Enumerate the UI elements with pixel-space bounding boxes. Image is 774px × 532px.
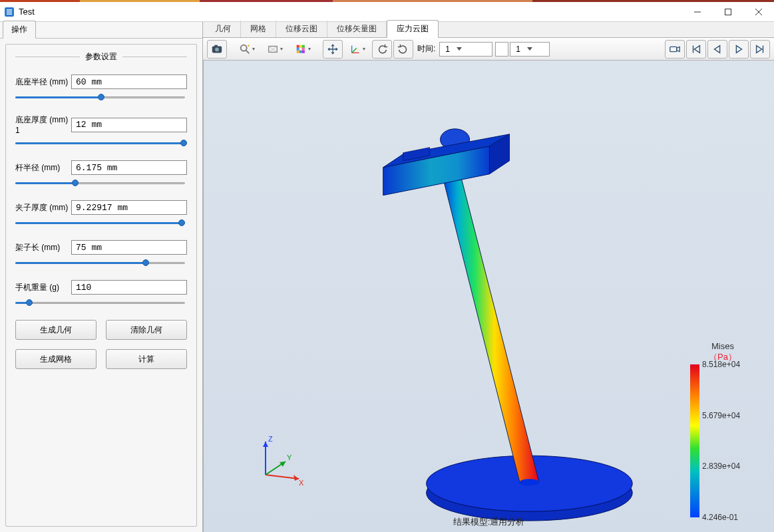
- slider-base-thickness[interactable]: [15, 139, 187, 148]
- first-frame-button[interactable]: [686, 40, 706, 59]
- app-icon: [4, 7, 15, 17]
- param-base-radius: 底座半径 (mm): [15, 74, 187, 102]
- left-panel-body: 参数设置 底座半径 (mm) 底座厚度 (mm) 1: [5, 44, 197, 527]
- minimize-button[interactable]: [682, 2, 713, 21]
- chevron-down-icon: [527, 47, 532, 51]
- close-button[interactable]: [743, 2, 774, 21]
- svg-rect-9: [302, 45, 305, 47]
- viewport-toolbar: ▾ ▾ ▾ ▾: [203, 38, 774, 61]
- svg-rect-1: [725, 9, 731, 15]
- generate-mesh-button[interactable]: 生成网格: [15, 349, 97, 369]
- time-frame-value: 1: [516, 45, 520, 54]
- param-label: 手机重量 (g): [15, 282, 71, 293]
- legend-ticks: 8.518e+04 5.679e+04 2.839e+04 4.246e-01: [702, 364, 755, 517]
- param-phone-weight: 手机重量 (g): [15, 280, 187, 308]
- svg-text:Y: Y: [287, 454, 292, 462]
- result-model-label: 结果模型:通用分析: [453, 516, 525, 528]
- slider-clip-thickness[interactable]: [15, 219, 187, 228]
- window-top-strip: [0, 0, 774, 2]
- param-label: 夹子厚度 (mm): [15, 202, 71, 213]
- param-label: 底座厚度 (mm) 1: [15, 114, 71, 135]
- play-button[interactable]: [729, 40, 749, 59]
- maximize-button[interactable]: [713, 2, 743, 21]
- left-panel: 操作 参数设置 底座半径 (mm): [0, 22, 203, 532]
- svg-rect-11: [299, 47, 302, 50]
- param-input-frame-length[interactable]: [71, 240, 187, 255]
- svg-text:X: X: [299, 479, 304, 487]
- svg-rect-14: [299, 50, 302, 53]
- rotate-left-button[interactable]: [372, 40, 392, 59]
- legend-colorbar: [690, 364, 699, 517]
- svg-rect-15: [302, 50, 305, 53]
- record-button[interactable]: [665, 40, 685, 59]
- param-input-base-radius[interactable]: [71, 74, 187, 89]
- legend-tick: 5.679e+04: [702, 411, 740, 420]
- time-aux-box[interactable]: [495, 42, 508, 57]
- slider-base-radius[interactable]: [15, 93, 187, 102]
- param-clip-thickness: 夹子厚度 (mm): [15, 200, 187, 228]
- param-label: 底座半径 (mm): [15, 76, 71, 88]
- slider-phone-weight[interactable]: [15, 299, 187, 308]
- zoom-dropdown[interactable]: ▾: [234, 40, 260, 59]
- svg-point-19: [519, 479, 539, 485]
- param-rod-radius: 杆半径 (mm): [15, 160, 187, 188]
- svg-rect-13: [297, 50, 299, 53]
- param-input-base-thickness[interactable]: [71, 118, 187, 132]
- svg-point-5: [241, 45, 247, 51]
- snapshot-button[interactable]: [207, 40, 227, 59]
- generate-geometry-button[interactable]: 生成几何: [15, 320, 97, 340]
- svg-point-3: [215, 47, 219, 51]
- tab-geometry[interactable]: 几何: [206, 21, 241, 37]
- color-legend: Mises （Pa） 8.518e+04 5.679e+04 2.839e+04…: [690, 341, 755, 517]
- chevron-down-icon: [457, 47, 462, 51]
- viewport-3d[interactable]: Z X Y 结果模型:通用分析 Mises （Pa） 8.518e+04 5.6…: [203, 61, 774, 532]
- svg-rect-10: [297, 47, 299, 50]
- slider-rod-radius[interactable]: [15, 179, 187, 188]
- time-frame-select[interactable]: 1: [510, 42, 550, 57]
- tab-mesh[interactable]: 网格: [241, 21, 276, 37]
- legend-tick: 8.518e+04: [702, 360, 740, 369]
- transparency-dropdown[interactable]: ▾: [262, 40, 288, 59]
- rotate-right-button[interactable]: [393, 40, 413, 59]
- slider-frame-length[interactable]: [15, 259, 187, 268]
- pan-button[interactable]: [323, 40, 343, 59]
- tab-disp-contour[interactable]: 位移云图: [276, 21, 327, 37]
- prev-frame-button[interactable]: [707, 40, 727, 59]
- clear-geometry-button[interactable]: 清除几何: [106, 320, 187, 340]
- svg-rect-16: [670, 47, 677, 51]
- svg-text:Z: Z: [268, 435, 273, 443]
- svg-rect-8: [299, 45, 302, 47]
- time-select-value: 1: [445, 45, 450, 54]
- window-title: Test: [19, 7, 682, 17]
- svg-rect-7: [297, 45, 299, 47]
- param-frame-length: 架子长 (mm): [15, 240, 187, 268]
- section-title: 参数设置: [80, 51, 122, 63]
- compute-button[interactable]: 计算: [106, 349, 187, 369]
- legend-tick: 2.839e+04: [702, 462, 740, 471]
- time-select[interactable]: 1: [439, 42, 492, 57]
- section-divider: [122, 57, 187, 57]
- svg-rect-4: [214, 45, 218, 47]
- last-frame-button[interactable]: [750, 40, 770, 59]
- param-input-phone-weight[interactable]: [71, 280, 187, 295]
- right-tab-row: 几何 网格 位移云图 位移矢量图 应力云图: [203, 22, 774, 38]
- tab-disp-vector[interactable]: 位移矢量图: [327, 21, 387, 37]
- colormap-dropdown[interactable]: ▾: [290, 40, 316, 59]
- left-tab-row: 操作: [0, 23, 202, 39]
- orientation-triad: Z X Y: [254, 434, 307, 487]
- tab-stress-contour[interactable]: 应力云图: [387, 20, 439, 38]
- param-input-clip-thickness[interactable]: [71, 200, 187, 215]
- param-base-thickness: 底座厚度 (mm) 1: [15, 114, 187, 148]
- time-label: 时间:: [417, 43, 435, 55]
- right-panel: 几何 网格 位移云图 位移矢量图 应力云图 ▾ ▾: [203, 22, 774, 532]
- svg-rect-12: [302, 47, 305, 50]
- axes-dropdown[interactable]: ▾: [344, 40, 371, 59]
- titlebar: Test: [0, 2, 774, 22]
- legend-title: Mises: [711, 341, 734, 351]
- legend-tick: 4.246e-01: [702, 513, 738, 522]
- param-input-rod-radius[interactable]: [71, 160, 187, 175]
- param-label: 架子长 (mm): [15, 242, 71, 253]
- section-divider: [15, 57, 80, 57]
- param-label: 杆半径 (mm): [15, 162, 71, 174]
- left-tab-operate[interactable]: 操作: [3, 21, 36, 39]
